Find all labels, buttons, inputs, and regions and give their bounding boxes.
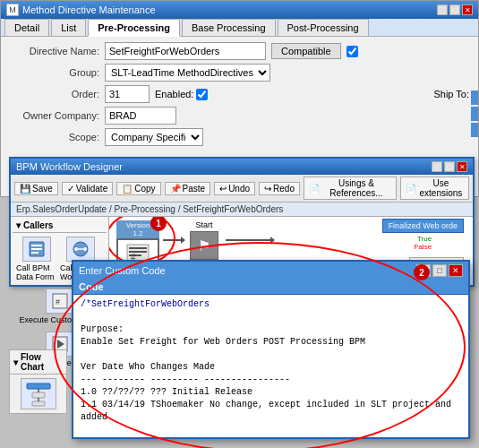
tab-bar: Detail List Pre-Processing Base Processi…	[1, 19, 478, 37]
custom-code-window: Enter Custom Code _ □ ✕ Code /*SetFreigh…	[72, 260, 470, 439]
chevron-down-icon-2: ▾	[13, 358, 18, 367]
custom-maximize-icon[interactable]: □	[432, 264, 447, 277]
usings-icon: 📄	[309, 184, 320, 194]
undo-button[interactable]: ↩ Undo	[214, 182, 255, 195]
bpm-data-form-icon	[22, 237, 51, 262]
false-label: False	[415, 243, 432, 251]
arrow-head-1	[181, 237, 185, 244]
group-row: Group: SLT-LeadTime MethodDirectives	[10, 64, 469, 82]
sc-workflow-icon	[66, 237, 95, 262]
custom-close-icon[interactable]: ✕	[449, 264, 463, 277]
svg-rect-1	[31, 245, 42, 246]
form-area: Directive Name: Compatible Group: SLT-Le…	[1, 37, 478, 155]
svg-rect-2	[31, 248, 42, 250]
svg-rect-17	[27, 383, 50, 389]
copy-icon: 📋	[122, 184, 133, 194]
redo-icon: ↪	[264, 184, 271, 194]
group-select[interactable]: SLT-LeadTime MethodDirectives	[105, 64, 270, 82]
directive-name-input[interactable]	[105, 42, 266, 60]
accent-bar-2	[471, 107, 478, 121]
flow-chart-panel: ▾ Flow Chart	[9, 349, 67, 414]
tab-list[interactable]: List	[51, 19, 86, 36]
paste-button[interactable]: 📌 Paste	[165, 182, 211, 195]
compatible-button[interactable]: Compatible	[271, 43, 341, 59]
paste-icon: 📌	[170, 184, 181, 194]
save-button[interactable]: 💾 Save	[14, 182, 58, 195]
code-line-purpose: Purpose:	[81, 323, 461, 336]
group-label: Group:	[10, 67, 99, 78]
owner-company-label: Owner Company:	[10, 110, 99, 121]
validate-icon: ✓	[67, 184, 74, 194]
undo-icon: ↩	[219, 184, 227, 194]
arrow-1	[163, 237, 185, 244]
version-node[interactable]: Version 1.2 # 1	[116, 220, 159, 260]
order-label: Order:	[10, 89, 99, 99]
bpm-close-icon[interactable]: ✕	[457, 161, 467, 172]
tab-baseprocessing[interactable]: Base Processing	[182, 19, 276, 36]
window-icon: M	[6, 4, 19, 16]
start-icon: ⚑	[190, 231, 218, 260]
custom-code-title-bar: Enter Custom Code _ □ ✕	[73, 262, 468, 280]
bpm-maximize-icon[interactable]: □	[444, 161, 455, 172]
enabled-label: Enabled:	[155, 89, 193, 99]
tab-preprocessing[interactable]: Pre-Processing	[88, 19, 180, 37]
code-line-3: Enable Set Freight for Web Orders POST P…	[81, 336, 461, 349]
accent-bars	[471, 90, 478, 137]
arrow-head-2	[270, 237, 275, 244]
arrow-2	[226, 237, 275, 244]
scope-select[interactable]: Company Specific	[105, 128, 203, 146]
main-window-title: Method Directive Maintenance	[22, 4, 156, 15]
owner-company-input[interactable]	[105, 107, 176, 125]
code-line-v10: 1.0 ??/??/?? ??? Initial Release	[81, 386, 461, 399]
tab-postprocessing[interactable]: Post-Processing	[278, 19, 369, 36]
caller-bpm-data-form[interactable]: Call BPM Data Form	[16, 237, 56, 281]
accent-bar-1	[471, 90, 478, 105]
arrow-line-1	[163, 239, 181, 241]
bpm-toolbar: 💾 Save ✓ Validate 📋 Copy 📌 Paste ↩ Undo …	[11, 175, 473, 202]
svg-rect-19	[32, 401, 45, 406]
version-badge: Version 1.2 # 1	[116, 220, 159, 260]
enabled-checkbox[interactable]	[196, 89, 208, 100]
custom-code-title: Enter Custom Code	[79, 265, 166, 276]
usings-button[interactable]: 📄 Usings & References...	[304, 177, 397, 200]
bpm-minimize-icon[interactable]: _	[432, 161, 442, 172]
flow-chart-icon[interactable]	[21, 378, 56, 409]
chevron-down-icon: ▾	[16, 220, 21, 230]
redo-button[interactable]: ↪ Redo	[259, 182, 300, 195]
owner-company-row: Owner Company:	[10, 107, 469, 125]
validate-button[interactable]: ✓ Validate	[62, 182, 113, 195]
copy-button[interactable]: 📋 Copy	[116, 182, 160, 195]
code-content[interactable]: /*SetFreightForWebOrders Purpose: Enable…	[73, 295, 468, 424]
start-node[interactable]: Start ⚑	[190, 220, 218, 260]
compatible-checkbox[interactable]	[346, 46, 358, 57]
minimize-icon[interactable]: _	[437, 4, 448, 15]
svg-rect-3	[31, 252, 38, 254]
directive-name-row: Directive Name: Compatible	[10, 42, 469, 60]
code-line-header: Ver Date Who Changes Made	[81, 361, 461, 374]
accent-bar-3	[471, 123, 478, 137]
bpm-title-bar: BPM Workflow Designer _ □ ✕	[11, 159, 473, 175]
start-flag-icon: ⚑	[198, 237, 210, 254]
code-line-blank2	[81, 349, 461, 361]
extensions-icon: 📄	[406, 184, 416, 194]
annotation-number-2: 2	[414, 264, 430, 280]
directive-name-label: Directive Name:	[10, 46, 99, 56]
tab-detail[interactable]: Detail	[4, 19, 49, 36]
scope-label: Scope:	[10, 132, 99, 142]
code-line-v11: 1.1 03/14/19 TShoemaker No change, excep…	[81, 399, 461, 424]
scope-row: Scope: Company Specific	[10, 128, 469, 146]
svg-text:#: #	[56, 297, 60, 306]
maximize-icon[interactable]: □	[449, 4, 460, 15]
code-line-blank	[81, 311, 461, 323]
extensions-button[interactable]: 📄 Use extensions	[400, 177, 469, 200]
close-icon[interactable]: ✕	[462, 4, 473, 15]
ship-to-label: Ship To:	[433, 89, 469, 99]
execute-custom-code-icon: #	[46, 289, 74, 314]
order-row: Order: Enabled: Ship To:	[10, 85, 469, 103]
callers-title: ▾ Callers	[13, 219, 107, 233]
code-line-divider: --- -------- --------- ----------------	[81, 374, 461, 386]
svg-rect-13	[129, 247, 147, 249]
order-input[interactable]	[105, 85, 150, 103]
final-node[interactable]: Finalized Web orde True False	[382, 219, 464, 251]
true-false-arrows: True False	[415, 235, 432, 251]
